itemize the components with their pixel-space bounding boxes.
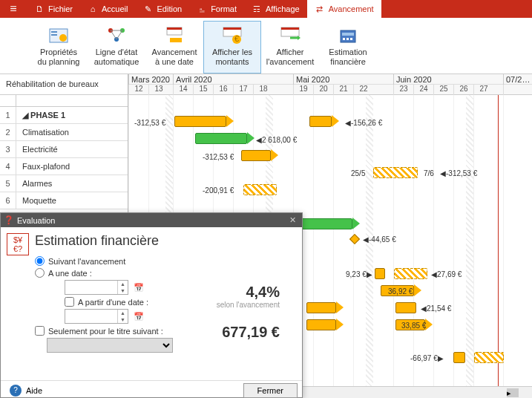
amount-value: 677,19 € (217, 324, 280, 341)
svg-rect-17 (342, 33, 354, 36)
day-label: 22 (353, 85, 373, 95)
day-label: 19 (293, 85, 313, 95)
date-input-2[interactable]: ▲▼ (65, 309, 128, 324)
svg-rect-8 (167, 27, 182, 30)
arrow-icon (414, 284, 421, 296)
day-label: 23 (393, 85, 413, 95)
arrow-icon (226, 115, 234, 127)
arrow-icon (271, 149, 278, 161)
amount-label: -312,53 € (134, 119, 165, 127)
svg-rect-16 (341, 30, 355, 42)
amount-label: ◀27,69 € (431, 270, 462, 278)
hamburger-menu[interactable]: ≡ (0, 0, 27, 18)
bar (306, 302, 336, 313)
bar (241, 150, 271, 161)
month-label: Mai 2020 (293, 74, 393, 85)
timeline-header: Mars 2020Avril 2020Mai 2020Juin 202007/2… (128, 74, 532, 95)
close-button[interactable]: Fermer (243, 383, 298, 398)
arrow-icon (336, 319, 344, 330)
arrow-icon (336, 301, 344, 313)
task-row[interactable]: 3Electricité (0, 141, 128, 158)
amount-label: ◀-156,26 € (345, 119, 382, 127)
calendar-icon[interactable]: 📅 (132, 310, 145, 323)
day-label: 25 (433, 85, 453, 95)
amount-label: 33,85 € (401, 322, 426, 330)
svg-text:€: € (234, 34, 239, 43)
bar (453, 352, 465, 363)
day-label: 20 (313, 85, 333, 95)
modal-titlebar[interactable]: ❓ Evaluation ✕ (1, 213, 302, 227)
ribbon-auto[interactable]: Ligne d'étatautomatique (88, 21, 145, 74)
tab-home[interactable]: ⌂Accueil (80, 0, 135, 18)
svg-rect-15 (281, 27, 299, 30)
ribbon-showprog[interactable]: Afficherl'avancement (261, 21, 319, 74)
arrow-icon (332, 115, 339, 127)
bar (309, 116, 332, 127)
amount-label: ◀2 618,00 € (256, 136, 297, 144)
day-label: 13 (148, 85, 168, 95)
date-input-1[interactable]: ▲▼ (65, 280, 128, 295)
month-label: Mars 2020 (128, 74, 173, 85)
ribbon-props[interactable]: Propriétésdu planning (30, 21, 88, 74)
amount-label: 36,92 € (388, 287, 413, 296)
tab-display[interactable]: ☶Affichage (244, 0, 307, 18)
percent-value: 4,4% (217, 284, 280, 301)
arrow-icon (425, 319, 433, 330)
month-label: 07/2… (503, 74, 532, 85)
svg-point-3 (59, 34, 67, 42)
bar (373, 167, 418, 178)
bar (301, 218, 352, 229)
metrics: 4,4% selon l'avancement 677,19 € (217, 284, 280, 341)
help-label[interactable]: Aide (26, 386, 42, 395)
opt-at-date[interactable]: A une date : (35, 268, 296, 278)
task-row[interactable]: 4Faux-plafond (0, 158, 128, 175)
calendar-icon[interactable]: 📅 (132, 281, 145, 294)
grid-header (0, 95, 128, 107)
amount-label: ◀-312,53 € (440, 169, 477, 177)
bar (195, 133, 247, 144)
ribbon: Propriétésdu planningLigne d'étatautomat… (0, 18, 532, 74)
tab-format[interactable]: ⎁Format (189, 0, 244, 18)
date-label: 7/6 (424, 169, 434, 177)
help-icon[interactable]: ❓ (4, 215, 14, 225)
ribbon-fin[interactable]: Estimationfinancière (319, 21, 377, 74)
svg-rect-2 (51, 34, 57, 36)
amount-label: 9,23 €▶ (346, 270, 372, 278)
bar (395, 302, 416, 313)
svg-rect-9 (170, 38, 182, 42)
svg-rect-1 (51, 31, 57, 33)
amount-label: -200,91 € (203, 186, 234, 195)
tab-progress[interactable]: ⇄Avancement (307, 0, 381, 18)
bar (243, 184, 277, 195)
month-label: Juin 2020 (393, 74, 503, 85)
day-label: 15 (193, 85, 213, 95)
tab-file[interactable]: 🗋Fichier (27, 0, 80, 18)
arrow-icon (352, 218, 360, 229)
task-row[interactable]: 1◢ PHASE 1 (0, 107, 128, 124)
day-label: 24 (413, 85, 433, 95)
bar (394, 268, 427, 279)
ribbon-date[interactable]: Avancementà une date (145, 21, 203, 74)
day-label: 21 (333, 85, 353, 95)
day-label: 18 (253, 85, 273, 95)
evaluation-modal: ❓ Evaluation ✕ $¥€? Estimation financièr… (0, 212, 303, 398)
percent-sub: selon l'avancement (217, 301, 280, 309)
tab-edit[interactable]: ✎Edition (135, 0, 189, 18)
bar (174, 116, 226, 127)
task-row[interactable]: 2Climatisation (0, 124, 128, 141)
evaluation-icon: $¥€? (7, 233, 29, 255)
amount-label: -312,53 € (203, 153, 234, 161)
date-label: 25/5 (351, 169, 365, 177)
title-select[interactable] (47, 338, 173, 353)
bar (375, 268, 385, 279)
day-label: 26 (453, 85, 473, 95)
ribbon-amounts[interactable]: €Afficher lesmontants (203, 21, 261, 74)
help-icon[interactable]: ? (10, 385, 22, 397)
day-label (503, 85, 523, 95)
close-icon[interactable]: ✕ (286, 215, 299, 225)
svg-rect-11 (223, 27, 241, 30)
task-row[interactable]: 6Moquette (0, 192, 128, 209)
task-row[interactable]: 5Alarmes (0, 175, 128, 192)
opt-follow-progress[interactable]: Suivant l'avancement (35, 256, 296, 266)
milestone-icon (349, 234, 360, 244)
